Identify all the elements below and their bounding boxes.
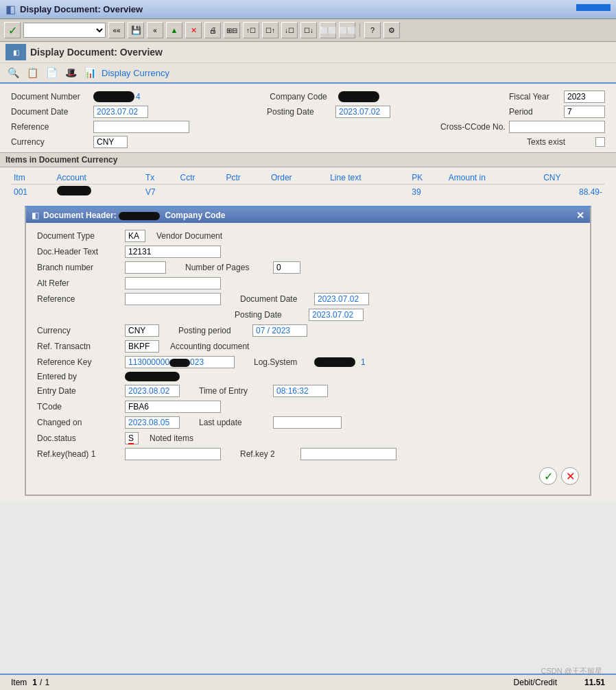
dialog-tcode-row: TCode FBA6	[37, 401, 579, 413]
dialog-cancel-btn[interactable]: ✕	[561, 467, 579, 485]
dialog-title: Document Header: Company Code	[43, 211, 572, 220]
command-dropdown[interactable]	[23, 23, 106, 38]
chart-icon-btn[interactable]: 📊	[82, 65, 97, 80]
display-currency-label[interactable]: Display Currency	[102, 68, 169, 78]
dialog-refkey2-label: Ref.key 2	[240, 449, 295, 459]
search-icon-btn[interactable]: 🔍	[5, 65, 21, 80]
dialog-lastupdate-label: Last update	[199, 418, 268, 427]
dialog-refkey-row: Reference Key 113000000023 Log.System 1	[37, 356, 579, 368]
nav-up-btn[interactable]: ☐↓	[300, 22, 317, 38]
dialog-close-btn[interactable]: ✕	[576, 210, 584, 221]
copy-icon-btn[interactable]: 📋	[25, 65, 40, 80]
item-sep: /	[40, 678, 42, 687]
texts-exist-checkbox[interactable]	[595, 137, 605, 147]
currency-value: CNY	[93, 136, 128, 148]
dialog-refkey-value: 113000000023	[125, 356, 235, 368]
main-content: Document Number 4 Company Code Fiscal Ye…	[0, 84, 616, 503]
dialog-confirm-btn[interactable]: ✓	[539, 467, 557, 485]
first-btn[interactable]: ««	[108, 22, 125, 38]
dialog-branch-row: Branch number Number of Pages 0	[37, 261, 579, 274]
page-icon: ◧	[5, 44, 26, 60]
dialog-timeofentry-label: Time of Entry	[199, 386, 268, 396]
dialog-doc-type-label: Document Type	[37, 231, 119, 241]
checkmark-btn[interactable]: ✓	[4, 22, 21, 38]
cell-order	[268, 185, 327, 200]
dialog-refkey-label: Reference Key	[37, 357, 119, 367]
dialog-branch-label: Branch number	[37, 263, 119, 272]
account-redacted	[57, 186, 91, 195]
up-btn[interactable]: ▲	[166, 22, 182, 38]
dialog-reftransactn-row: Ref. Transactn BKPF Accounting document	[37, 340, 579, 353]
nav-down-btn[interactable]: ↓☐	[281, 22, 298, 38]
reference-row: Reference Cross-CCode No.	[11, 121, 605, 133]
dialog-enteredby-label: Entered by	[37, 372, 119, 381]
dialog-doc-header-text-row: Doc.Header Text 12131	[37, 246, 579, 258]
dialog-docstatus-label: Doc.status	[37, 433, 119, 443]
cell-cny: 88.49-	[541, 185, 605, 200]
dialog-doc-type-code: KA	[125, 230, 145, 242]
dialog-posting-row: Posting Date 2023.07.02	[37, 309, 579, 321]
dialog-postingperiod-label: Posting period	[178, 326, 247, 335]
page-title-bar: ◧ Display Document: Overview	[0, 42, 616, 63]
back-btn[interactable]: «	[147, 22, 163, 38]
print-btn[interactable]: 🖨	[204, 22, 221, 38]
item-label: Item	[11, 678, 27, 687]
doc-date-label: Document Date	[11, 107, 93, 117]
dialog-entrydate-value: 2023.08.02	[125, 385, 180, 397]
reference-label: Reference	[11, 122, 93, 132]
doc-icon-btn[interactable]: 📄	[44, 65, 59, 80]
dialog-docstatus-code-text: S	[128, 433, 134, 444]
cell-linetext	[327, 185, 409, 200]
hat-icon-btn[interactable]: 🎩	[63, 65, 78, 80]
dialog-enteredby-redacted	[125, 372, 180, 381]
dialog-numpages-label: Number of Pages	[185, 263, 268, 272]
help-btn[interactable]: ?	[364, 22, 381, 38]
dialog-refkeyhead1-label: Ref.key(head) 1	[37, 449, 119, 459]
dialog-postingdate-value: 2023.07.02	[309, 309, 364, 321]
title-bar: ◧ Display Document: Overview	[0, 0, 616, 19]
icon-toolbar: 🔍 📋 📄 🎩 📊 Display Currency	[0, 63, 616, 84]
cancel-btn[interactable]: ✕	[185, 22, 202, 38]
dialog-doc-header-text-label: Doc.Header Text	[37, 247, 119, 257]
dialog-currency-value: CNY	[125, 324, 159, 337]
doc-date-row: Document Date 2023.07.02 Posting Date 20…	[11, 106, 605, 118]
title-bar-icon: ◧	[5, 3, 16, 16]
dialog-doc-header-text-value: 12131	[125, 246, 221, 258]
download-btn[interactable]: ☐↑	[262, 22, 279, 38]
title-bar-text: Display Document: Overview	[20, 4, 143, 14]
dialog-currency-row: Currency CNY Posting period 07 / 2023	[37, 324, 579, 337]
cell-tx: V7	[143, 185, 178, 200]
split-btn[interactable]: ⬜⬜	[320, 22, 336, 38]
cell-amountin	[446, 185, 541, 200]
col-pctr: Pctr	[223, 171, 268, 185]
debit-credit-value: 11.51	[584, 678, 605, 687]
col-pk: PK	[409, 171, 446, 185]
dialog-timeofentry-value: 08:16:32	[273, 385, 328, 397]
dialog-logsystem-suffix: 1	[361, 357, 366, 367]
dialog-branch-value	[125, 261, 166, 274]
dialog-postingperiod-value: 07 / 2023	[252, 324, 307, 337]
settings-btn[interactable]: ⚙	[383, 22, 400, 38]
dialog-title-text: Document Header:	[43, 211, 117, 220]
main-toolbar: ✓ «« 💾 « ▲ ✕ 🖨 ⊞⊟ ↑☐ ☐↑ ↓☐ ☐↓ ⬜⬜ ⬜⬜ ? ⚙	[0, 19, 616, 42]
layout-btn[interactable]: ⬜⬜	[339, 22, 355, 38]
find-btn[interactable]: ⊞⊟	[224, 22, 240, 38]
dialog-logsystem-label: Log.System	[254, 357, 309, 367]
dialog-company-code-label: Company Code	[165, 211, 225, 220]
doc-number-value	[93, 91, 134, 102]
document-header-dialog: ◧ Document Header: Company Code ✕ Docume…	[25, 206, 591, 496]
upload-btn[interactable]: ↑☐	[243, 22, 259, 38]
table-row[interactable]: 001 V7 39 88.49-	[11, 185, 605, 200]
dialog-tcode-value: FBA6	[125, 401, 221, 413]
col-amountin: Amount in	[446, 171, 541, 185]
col-itm: Itm	[11, 171, 54, 185]
fiscal-year-label: Fiscal Year	[509, 92, 564, 102]
dialog-refkeyhead1-value	[125, 448, 221, 460]
save-btn[interactable]: 💾	[128, 22, 144, 38]
page-title: Display Document: Overview	[30, 47, 163, 58]
dialog-reference-label: Reference	[37, 294, 119, 304]
col-linetext: Line text	[327, 171, 409, 185]
posting-date-value: 2023.07.02	[335, 106, 390, 118]
dialog-docdate-value: 2023.07.02	[314, 293, 369, 305]
texts-exist-label: Texts exist	[527, 137, 595, 147]
